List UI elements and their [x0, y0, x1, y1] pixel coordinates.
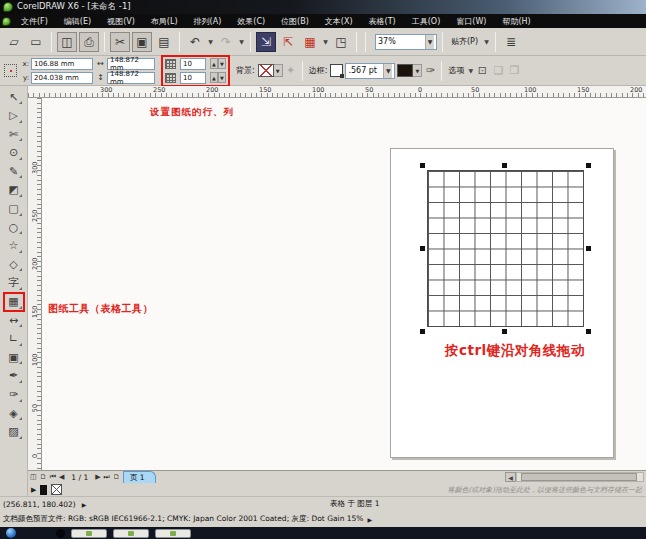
graph-paper-grid[interactable]: [427, 170, 584, 327]
copy-button[interactable]: ▣: [132, 32, 152, 52]
chevron-down-icon[interactable]: ▼: [425, 35, 434, 49]
chevron-down-icon[interactable]: ▼: [274, 64, 283, 77]
print-button[interactable]: ⎙: [79, 32, 99, 52]
menu-item-11[interactable]: 帮助(H): [494, 16, 538, 27]
add-page-icon[interactable]: 🗋: [40, 473, 47, 481]
polygon-tool[interactable]: ☆: [5, 238, 23, 254]
horizontal-ruler[interactable]: 30025020015010050050100150200: [28, 86, 646, 98]
import-button[interactable]: ⇲: [256, 32, 276, 52]
selection-handle[interactable]: [420, 163, 425, 168]
open-button[interactable]: ▭: [26, 32, 46, 52]
basic-shapes-tool[interactable]: ◇: [5, 256, 23, 272]
vertical-ruler[interactable]: 300250200150100500: [28, 98, 42, 470]
snap-to-dropdown[interactable]: 贴齐(P): [448, 36, 481, 47]
fill-tool[interactable]: ◈: [5, 405, 23, 421]
application-launcher-button[interactable]: ▦: [300, 32, 320, 52]
scrollbar-thumb[interactable]: [521, 473, 637, 481]
shape-tool[interactable]: ▷: [5, 108, 23, 124]
rectangle-tool[interactable]: ▢: [5, 201, 23, 217]
selection-handle[interactable]: [586, 329, 591, 334]
menu-item-2[interactable]: 视图(V): [99, 16, 143, 27]
flyout-icon[interactable]: ◫: [30, 473, 37, 481]
chevron-down-icon[interactable]: ▼: [383, 64, 392, 78]
cut-button[interactable]: ✂: [110, 32, 130, 52]
options-list-icon[interactable]: ≣: [501, 32, 521, 52]
flyout-arrow-icon[interactable]: ▶: [367, 516, 372, 523]
first-page-icon[interactable]: ⏮: [50, 473, 56, 481]
color-eyedropper-tool[interactable]: ✒: [5, 368, 23, 384]
menu-item-10[interactable]: 窗口(W): [448, 16, 494, 27]
menu-item-7[interactable]: 文本(X): [317, 16, 361, 27]
smart-fill-tool[interactable]: ◩: [5, 182, 23, 198]
start-button[interactable]: [6, 528, 16, 538]
border-color-swatch[interactable]: [397, 64, 413, 77]
rows-spinner[interactable]: ▲▼: [210, 58, 226, 69]
menu-item-0[interactable]: 文件(F): [13, 16, 56, 27]
paste-button[interactable]: ▤: [154, 32, 174, 52]
last-page-icon[interactable]: ⏭: [104, 473, 110, 481]
tray-icon[interactable]: [56, 529, 65, 538]
options-dropdown[interactable]: 选项 ▼: [445, 65, 474, 76]
selection-handle[interactable]: [586, 246, 591, 251]
chevron-down-icon[interactable]: ▼: [238, 38, 245, 45]
border-selection-icon[interactable]: [330, 64, 343, 77]
menu-item-6[interactable]: 位图(B): [273, 16, 317, 27]
rows-field[interactable]: 10: [180, 58, 206, 70]
x-position-field[interactable]: 106.88 mm: [31, 58, 93, 70]
text-wrap-icon[interactable]: ⊡: [474, 64, 490, 77]
selection-handle[interactable]: [420, 246, 425, 251]
table-tool[interactable]: ▦: [5, 294, 23, 310]
welcome-screen-button[interactable]: ◳: [331, 32, 351, 52]
menu-item-3[interactable]: 布局(L): [143, 16, 186, 27]
black-color-swatch[interactable]: [40, 485, 47, 495]
interactive-fill-tool[interactable]: ▨: [5, 424, 23, 440]
menu-item-1[interactable]: 编辑(E): [56, 16, 99, 27]
freehand-tool[interactable]: ✎: [5, 163, 23, 179]
export-button[interactable]: ⇱: [278, 32, 298, 52]
redo-button[interactable]: ↷: [216, 32, 236, 52]
chevron-down-icon[interactable]: ▼: [483, 38, 490, 45]
horizontal-scrollbar[interactable]: ◀: [505, 472, 644, 482]
ellipse-tool[interactable]: ○: [5, 219, 23, 235]
blend-tool[interactable]: ▣: [5, 349, 23, 365]
flyout-arrow-icon[interactable]: ▶: [82, 501, 87, 508]
taskbar-app-button[interactable]: [113, 529, 149, 538]
selection-handle[interactable]: [586, 163, 591, 168]
menu-item-8[interactable]: 表格(T): [361, 16, 404, 27]
taskbar-app-button[interactable]: [155, 529, 191, 538]
text-tool[interactable]: 字: [5, 275, 23, 291]
selection-handle[interactable]: [502, 163, 507, 168]
scrollbar-track[interactable]: [516, 472, 644, 482]
width-field[interactable]: 148.872 mm: [107, 58, 155, 70]
menu-item-4[interactable]: 排列(A): [186, 16, 230, 27]
zoom-tool[interactable]: ⊙: [5, 145, 23, 161]
chevron-down-icon[interactable]: ▼: [207, 38, 214, 45]
background-color-swatch[interactable]: [258, 64, 274, 77]
columns-spinner[interactable]: ▲▼: [210, 72, 226, 83]
scroll-left-icon[interactable]: ◀: [505, 472, 516, 482]
drawing-canvas[interactable]: 设置图纸的行、列 图纸工具（表格工具） 按ctrl键沿对角线拖动: [42, 98, 646, 470]
no-color-swatch[interactable]: [51, 484, 62, 495]
outline-pen-tool[interactable]: ✑: [5, 387, 23, 403]
columns-field[interactable]: 10: [180, 72, 206, 84]
next-page-icon[interactable]: ▶: [95, 473, 100, 481]
new-button[interactable]: ▱: [4, 32, 24, 52]
menu-item-5[interactable]: 效果(C): [229, 16, 273, 27]
selection-handle[interactable]: [502, 329, 507, 334]
chevron-down-icon[interactable]: ▼: [322, 38, 329, 45]
outline-pen-icon[interactable]: ✑: [422, 64, 438, 77]
previous-page-icon[interactable]: ◀: [59, 473, 64, 481]
selection-handle[interactable]: [420, 329, 425, 334]
add-page-icon[interactable]: 🗋: [113, 473, 120, 481]
chevron-down-icon[interactable]: ▼: [413, 64, 422, 77]
undo-button[interactable]: ↶: [185, 32, 205, 52]
save-button[interactable]: ◫: [57, 32, 77, 52]
border-width-combo[interactable]: .567 pt ▼: [345, 63, 395, 79]
palette-flyout-icon[interactable]: ▶: [31, 486, 36, 494]
taskbar-app-button[interactable]: [71, 529, 107, 538]
crop-tool[interactable]: ✄: [5, 126, 23, 142]
menu-item-9[interactable]: 工具(O): [404, 16, 449, 27]
parallel-dimension-tool[interactable]: ↔: [5, 312, 23, 328]
straight-line-connector-tool[interactable]: ∟: [5, 331, 23, 347]
y-position-field[interactable]: 204.038 mm: [31, 72, 93, 84]
